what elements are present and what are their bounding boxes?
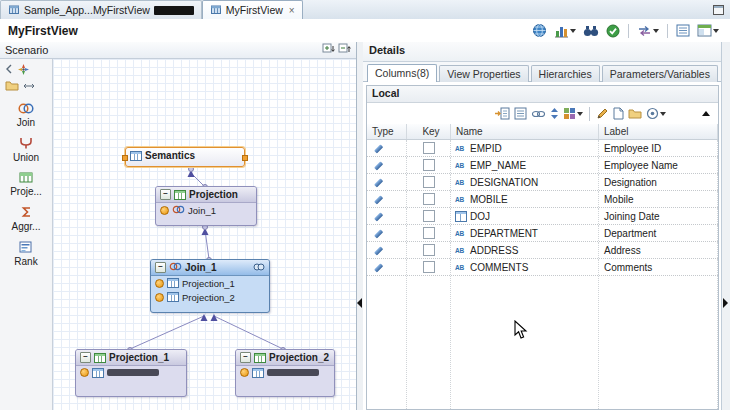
palette-item-aggregation[interactable]: Aggr...: [12, 206, 41, 232]
back-icon[interactable]: [5, 64, 13, 76]
column-header-key[interactable]: Key: [407, 124, 451, 139]
table-row[interactable]: DOJ Joining Date: [367, 208, 718, 225]
node-projection[interactable]: Projection Join_1: [155, 186, 257, 226]
tab-label: MyFirstView: [226, 4, 283, 16]
resize-palette-icon[interactable]: [23, 80, 35, 92]
key-checkbox[interactable]: [423, 210, 435, 222]
tab-view-properties[interactable]: View Properties: [439, 65, 528, 82]
node-input-item[interactable]: Projection_2: [151, 290, 269, 304]
add-to-output-icon[interactable]: [494, 107, 510, 120]
toolbar-separator: [589, 107, 590, 121]
input-item-label: Projection_2: [182, 292, 235, 303]
chevron-down-icon[interactable]: [660, 112, 666, 116]
tab-parameters-variables[interactable]: Parameters/Variables: [602, 65, 718, 82]
collapse-node-icon[interactable]: [160, 189, 171, 200]
palette-item-join[interactable]: Join: [17, 103, 35, 128]
node-input-item[interactable]: [236, 366, 334, 379]
tab-label: Sample_App...MyFirstView: [24, 4, 150, 16]
focus-options-icon[interactable]: [646, 107, 666, 120]
table-row[interactable]: DEPARTMENT Department: [367, 225, 718, 242]
key-checkbox[interactable]: [423, 261, 435, 273]
restore-window-icon[interactable]: [713, 5, 724, 15]
chevron-down-icon[interactable]: [577, 112, 583, 116]
node-projection-2[interactable]: Projection_2: [235, 349, 335, 397]
link-column-icon[interactable]: [531, 109, 546, 119]
chevron-down-icon[interactable]: [570, 29, 576, 33]
add-with-menu-icon[interactable]: [563, 107, 583, 120]
palette-item-projection[interactable]: Proje...: [10, 172, 42, 197]
table-row[interactable]: DESIGNATION Designation: [367, 174, 718, 191]
collapsed-right-pane[interactable]: [721, 42, 730, 410]
collapse-node-icon[interactable]: [240, 352, 251, 363]
table-row[interactable]: EMPID Employee ID: [367, 140, 718, 157]
tab-hierarchies[interactable]: Hierarchies: [531, 65, 600, 82]
display-columns-icon[interactable]: [514, 107, 527, 120]
switch-version-icon[interactable]: [636, 24, 660, 38]
column-header-name[interactable]: Name: [451, 124, 599, 139]
tab-sample-app-view[interactable]: Sample_App...MyFirstView: [0, 0, 202, 19]
column-name: DEPARTMENT: [470, 228, 538, 239]
columns-table: Type Key Name Label EMPID: [367, 124, 718, 409]
data-preview-icon[interactable]: [553, 23, 577, 39]
table-row[interactable]: ADDRESS Address: [367, 242, 718, 259]
column-label: Designation: [604, 177, 657, 188]
key-checkbox[interactable]: [423, 227, 435, 239]
folder-icon[interactable]: [5, 80, 19, 93]
columns-table-body: EMPID Employee ID EMP_NAME: [367, 140, 718, 276]
scenario-panel-title: Scenario: [5, 44, 48, 56]
scenario-canvas[interactable]: Semantics Projection Join_1: [53, 59, 356, 410]
tab-columns[interactable]: Columns(8): [367, 64, 437, 82]
find-column-icon[interactable]: [582, 24, 600, 38]
node-label: Projection_1: [109, 352, 169, 363]
reorder-columns-icon[interactable]: [550, 107, 559, 120]
join-rings-icon: [169, 262, 182, 273]
node-input-item[interactable]: [76, 366, 186, 379]
collapse-node-icon[interactable]: [155, 262, 166, 273]
datatype-icon: [455, 162, 467, 169]
table-row[interactable]: COMMENTS Comments: [367, 259, 718, 276]
column-header-label[interactable]: Label: [599, 124, 718, 139]
globe-icon[interactable]: [531, 22, 548, 39]
layout-options-icon[interactable]: [696, 23, 720, 38]
join-rings-icon: [172, 205, 185, 216]
palette-pinwheel-icon[interactable]: [17, 63, 30, 78]
close-icon[interactable]: [289, 5, 295, 16]
expand-all-icon[interactable]: [322, 43, 335, 57]
node-label: Semantics: [145, 150, 195, 161]
column-name: MOBILE: [470, 194, 508, 205]
column-header-type[interactable]: Type: [367, 124, 407, 139]
validate-icon[interactable]: [605, 23, 621, 39]
collapse-left-icon[interactable]: [357, 298, 362, 308]
node-input-item[interactable]: Join_1: [156, 203, 256, 217]
key-checkbox[interactable]: [423, 176, 435, 188]
edit-icon[interactable]: [596, 107, 609, 120]
chevron-down-icon[interactable]: [713, 29, 719, 33]
expand-right-icon[interactable]: [723, 298, 728, 308]
node-palette: Join Union Proje... Aggr... Rank: [0, 59, 53, 410]
join-type-icon[interactable]: [253, 262, 265, 273]
key-checkbox[interactable]: [423, 193, 435, 205]
node-semantics[interactable]: Semantics: [125, 147, 245, 167]
chevron-down-icon[interactable]: [653, 29, 659, 33]
palette-item-union[interactable]: Union: [13, 137, 39, 163]
node-projection-1[interactable]: Projection_1: [75, 349, 187, 397]
extract-icon[interactable]: [613, 107, 624, 120]
collapse-all-icon[interactable]: [338, 43, 351, 57]
folder-icon[interactable]: [628, 108, 642, 119]
node-join-1[interactable]: Join_1 Projection_1 Projection_2: [150, 259, 270, 313]
table-row[interactable]: MOBILE Mobile: [367, 191, 718, 208]
tab-myfirstview[interactable]: MyFirstView: [202, 0, 303, 19]
collapse-node-icon[interactable]: [80, 352, 91, 363]
key-checkbox[interactable]: [423, 244, 435, 256]
collapse-toolbar-icon[interactable]: [702, 111, 710, 116]
node-input-item[interactable]: Projection_1: [151, 276, 269, 290]
redacted-table-name: [267, 369, 319, 376]
table-empty-area: [367, 276, 718, 409]
key-checkbox[interactable]: [423, 159, 435, 171]
table-row[interactable]: EMP_NAME Employee Name: [367, 157, 718, 174]
palette-item-rank[interactable]: Rank: [14, 241, 37, 267]
column-label: Address: [604, 245, 641, 256]
show-log-icon[interactable]: [675, 23, 691, 38]
editor-tabbar: Sample_App...MyFirstView MyFirstView: [0, 0, 730, 20]
key-checkbox[interactable]: [423, 142, 435, 154]
